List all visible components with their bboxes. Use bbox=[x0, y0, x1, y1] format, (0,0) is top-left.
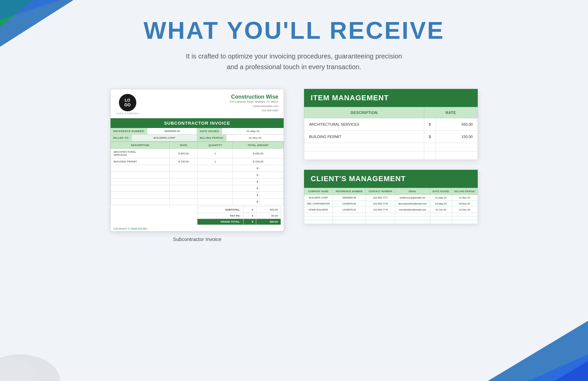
clients-cell bbox=[304, 217, 333, 220]
item-rate bbox=[169, 172, 198, 178]
company-details: 476 Catherine Road, Stratford, CT 06614 … bbox=[230, 100, 278, 113]
meta-billed: BILLED TO: BUILDERS CORP bbox=[111, 135, 197, 141]
clients-cell: 222-555-7778 bbox=[366, 201, 395, 207]
item-total: $ 150.00 bbox=[233, 158, 284, 165]
invoice-title-bar: SUBCONTRACTOR INVOICE bbox=[111, 118, 284, 128]
clients-cell bbox=[366, 217, 395, 220]
invoice-card: LOGO LOGO COMPANY Construction Wise 476 … bbox=[110, 89, 284, 232]
clients-cell bbox=[430, 217, 452, 220]
item-rate bbox=[169, 199, 198, 205]
item-desc bbox=[111, 172, 170, 178]
clients-cell bbox=[452, 220, 477, 224]
clients-cell: 01-Jun-23 bbox=[430, 207, 452, 213]
im-item-symbol: $ bbox=[424, 118, 436, 131]
im-item-row: BUILDING PERMIT $ 150.00 bbox=[304, 131, 478, 143]
clients-cell bbox=[304, 213, 333, 217]
clients-cell bbox=[333, 220, 366, 224]
clients-cell: abccorporation@email.com bbox=[395, 201, 430, 207]
clients-row: HOME BUILDERS12345678-91222-555-7779home… bbox=[304, 207, 478, 213]
clients-row bbox=[304, 217, 478, 220]
clients-cell: 01-Dec-23 bbox=[452, 207, 477, 213]
im-item-symbol bbox=[424, 143, 436, 151]
main-content: WHAT YOU'LL RECEIVE It is crafted to opt… bbox=[0, 0, 588, 242]
clients-cell bbox=[395, 213, 430, 217]
clients-cell bbox=[333, 217, 366, 220]
page-subtitle: It is crafted to optimize your invoicing… bbox=[186, 51, 402, 72]
company-address: 476 Catherine Road, Stratford, CT 06614 bbox=[230, 100, 278, 103]
item-qty bbox=[198, 172, 233, 178]
im-col-description: DESCRIPTION bbox=[304, 107, 424, 118]
clients-col-header: COMPANY NAME bbox=[304, 188, 333, 195]
clients-cell bbox=[366, 220, 395, 224]
item-rate: $ 150.00 bbox=[169, 158, 198, 165]
clients-cell bbox=[452, 217, 477, 220]
im-item-desc bbox=[304, 151, 424, 160]
bg-decoration-bottom-right bbox=[488, 307, 588, 381]
clients-cell bbox=[395, 217, 430, 220]
item-management-card: ITEM MANAGEMENT DESCRIPTION RATE ARCHITE… bbox=[304, 89, 478, 160]
item-total: $ 650.00 bbox=[233, 149, 284, 158]
im-item-desc bbox=[304, 143, 424, 151]
meta-ref: REFERENCE NUMBER: 99999999-99 bbox=[111, 128, 197, 135]
clients-cell: 222-555-7779 bbox=[366, 207, 395, 213]
tax-row: TAX 5%: $ 80.00 bbox=[197, 213, 281, 219]
tax-value: 80.00 bbox=[256, 213, 281, 219]
item-qty bbox=[198, 199, 233, 205]
clients-row bbox=[304, 220, 478, 224]
clients-col-header: CONTACT NUMBER bbox=[366, 188, 395, 195]
item-management-title: ITEM MANAGEMENT bbox=[304, 89, 478, 107]
im-item-rate: 150.00 bbox=[436, 131, 477, 143]
clients-col-header: REFERENCE NUMBER bbox=[333, 188, 366, 195]
clients-management-table: COMPANY NAMEREFERENCE NUMBERCONTACT NUMB… bbox=[304, 188, 478, 224]
subtitle-line1: It is crafted to optimize your invoicing… bbox=[186, 52, 402, 60]
logo-circle: LOGO bbox=[119, 94, 136, 111]
invoice-item-row: ARCHITECTURAL SERVICES $ 650.00 1 $ 650.… bbox=[111, 149, 284, 158]
item-rate bbox=[169, 178, 198, 185]
clients-cell: 12345678-90 bbox=[333, 201, 366, 207]
cards-row: LOGO LOGO COMPANY Construction Wise 476 … bbox=[0, 89, 588, 242]
clients-cell: BUILDERS CORP bbox=[304, 195, 333, 201]
clients-row: BUILDERS CORP99999999-99222-555-7777buil… bbox=[304, 195, 478, 201]
item-total: $ - bbox=[233, 192, 284, 199]
invoice-item-row: $ - bbox=[111, 165, 284, 172]
grand-value: 880.00 bbox=[256, 219, 281, 225]
clients-cell bbox=[395, 220, 430, 224]
meta-period: BILLING PERIOD: 01-Nov-23 bbox=[197, 135, 284, 141]
invoice-item-row: $ - bbox=[111, 192, 284, 199]
invoice-meta: REFERENCE NUMBER: 99999999-99 DATE ISSUE… bbox=[111, 128, 284, 142]
item-desc bbox=[111, 199, 170, 205]
company-phone: 216-483-0353 bbox=[262, 109, 278, 112]
im-item-symbol: $ bbox=[424, 131, 436, 143]
im-item-rate bbox=[436, 143, 477, 151]
invoice-item-row: BUILDING PERMIT $ 150.00 1 $ 150.00 bbox=[111, 158, 284, 165]
item-total: $ - bbox=[233, 185, 284, 192]
company-info: Construction Wise 476 Catherine Road, St… bbox=[230, 94, 278, 113]
subtitle-line2: and a professional touch in every transa… bbox=[227, 63, 361, 71]
clients-col-header: BILLING PERIOD bbox=[452, 188, 477, 195]
right-panels: ITEM MANAGEMENT DESCRIPTION RATE ARCHITE… bbox=[304, 89, 478, 224]
item-desc bbox=[111, 178, 170, 185]
clients-cell: homebuilders@email.com bbox=[395, 207, 430, 213]
clients-cell: 99999999-99 bbox=[333, 195, 366, 201]
im-item-row bbox=[304, 151, 478, 160]
subtotal-label: SUBTOTAL: bbox=[197, 207, 244, 213]
clients-cell: 01-Nov-23 bbox=[452, 195, 477, 201]
date-label: DATE ISSUED: bbox=[197, 128, 222, 134]
invoice-caption: Subcontractor Invoice bbox=[110, 236, 284, 242]
logo-box: LOGO LOGO COMPANY bbox=[116, 94, 139, 115]
clients-row bbox=[304, 213, 478, 217]
company-website: constructionwise.com bbox=[253, 105, 278, 108]
item-qty bbox=[198, 192, 233, 199]
item-desc: ARCHITECTURAL SERVICES bbox=[111, 149, 170, 158]
item-total: $ - bbox=[233, 172, 284, 178]
clients-row: ABC CORPORATION12345678-90222-555-7778ab… bbox=[304, 201, 478, 207]
page-title: WHAT YOU'LL RECEIVE bbox=[143, 17, 444, 44]
item-qty: 1 bbox=[198, 149, 233, 158]
period-value: 01-Nov-23 bbox=[227, 135, 284, 141]
clients-cell bbox=[452, 213, 477, 217]
clients-col-header: EMAIL bbox=[395, 188, 430, 195]
grand-label: GRAND TOTAL: bbox=[197, 219, 244, 225]
clients-col-header: DATE ISSUED bbox=[430, 188, 452, 195]
items-table: DESCRIPTION RATE QUANTITY TOTAL AMOUNT A… bbox=[111, 142, 284, 205]
item-desc bbox=[111, 192, 170, 199]
